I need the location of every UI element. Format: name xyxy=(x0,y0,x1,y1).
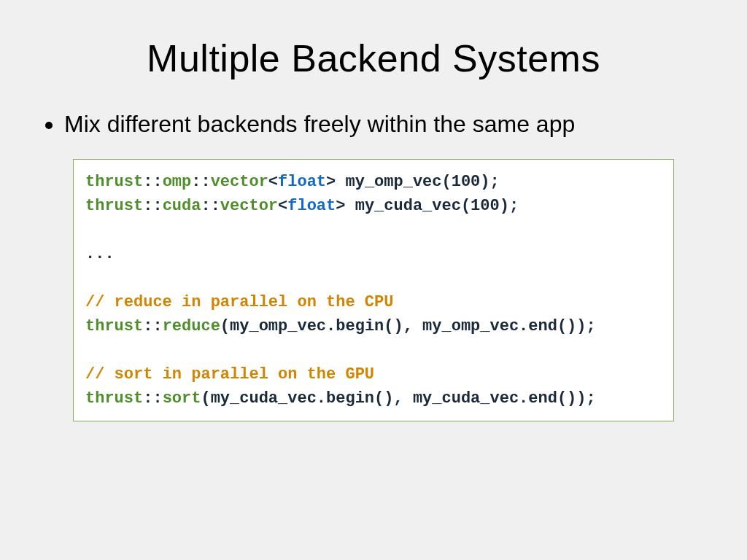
code-token: reduce xyxy=(163,317,220,335)
bullet-item: Mix different backends freely within the… xyxy=(64,109,703,139)
code-token: < xyxy=(268,173,278,191)
code-token: :: xyxy=(143,197,162,215)
code-token: thrust xyxy=(85,389,143,408)
bullet-list: Mix different backends freely within the… xyxy=(44,109,703,139)
code-token: sort xyxy=(163,389,201,408)
code-token: my_cuda_vec(100); xyxy=(345,197,519,215)
code-token: > xyxy=(336,197,345,215)
code-token: vector xyxy=(211,173,268,191)
code-token: < xyxy=(278,197,287,215)
code-block: thrust::omp::vector<float> my_omp_vec(10… xyxy=(73,159,674,421)
code-token: :: xyxy=(201,197,220,215)
code-line: thrust::sort(my_cuda_vec.begin(), my_cud… xyxy=(85,389,596,408)
code-token: :: xyxy=(191,173,210,191)
code-line: ... xyxy=(85,245,115,263)
code-token: (my_cuda_vec.begin(), my_cuda_vec.end())… xyxy=(201,389,595,408)
code-token: thrust xyxy=(85,197,143,215)
code-token: my_omp_vec(100); xyxy=(336,173,499,191)
code-token: float xyxy=(278,173,326,191)
code-token: > xyxy=(326,173,336,191)
code-token: :: xyxy=(143,317,162,335)
slide-title: Multiple Backend Systems xyxy=(44,36,703,80)
code-comment: // reduce in parallel on the CPU xyxy=(85,293,393,311)
code-token: (my_omp_vec.begin(), my_omp_vec.end()); xyxy=(220,317,596,335)
code-token: :: xyxy=(143,173,162,191)
code-token: float xyxy=(287,197,336,215)
code-token: omp xyxy=(163,173,192,191)
code-token: :: xyxy=(143,389,162,408)
code-line: thrust::omp::vector<float> my_omp_vec(10… xyxy=(85,173,500,191)
code-comment: // sort in parallel on the GPU xyxy=(85,365,374,384)
slide: Multiple Backend Systems Mix different b… xyxy=(0,0,747,560)
code-line: thrust::reduce(my_omp_vec.begin(), my_om… xyxy=(85,317,596,335)
code-token: thrust xyxy=(85,317,143,335)
code-token: thrust xyxy=(85,173,143,191)
code-token: vector xyxy=(220,197,278,215)
code-line: thrust::cuda::vector<float> my_cuda_vec(… xyxy=(85,197,519,215)
code-token: cuda xyxy=(163,197,201,215)
